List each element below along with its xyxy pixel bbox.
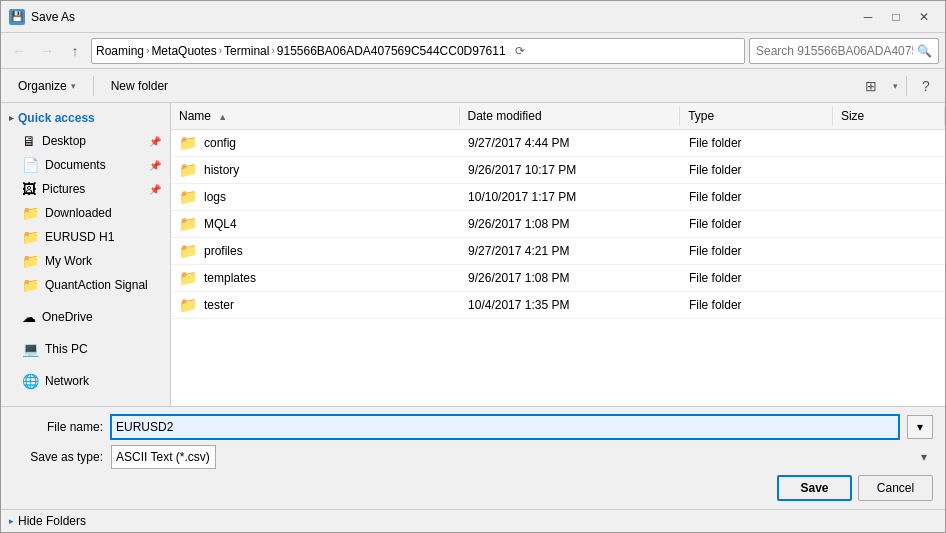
sidebar-item-eurusd[interactable]: 📁 EURUSD H1 [1,225,170,249]
quantaction-folder-icon: 📁 [22,277,39,293]
breadcrumb-metaquotes[interactable]: MetaQuotes [151,44,216,58]
mywork-folder-icon: 📁 [22,253,39,269]
file-name-cell: 📁 profiles [171,240,460,262]
sidebar-item-desktop[interactable]: 🖥 Desktop 📌 [1,129,170,153]
file-size-cell [833,141,945,145]
minimize-button[interactable]: ─ [855,7,881,27]
refresh-button[interactable]: ⟳ [510,41,530,61]
back-button[interactable]: ← [7,39,31,63]
filename-dropdown-button[interactable]: ▾ [907,415,933,439]
forward-button[interactable]: → [35,39,59,63]
breadcrumb-guid[interactable]: 915566BA06ADA407569C544CC0D97611 [277,44,506,58]
sidebar-pictures-label: Pictures [42,182,85,196]
sidebar-quantaction-label: QuantAction Signal [45,278,148,292]
column-header-size[interactable]: Size [833,107,945,125]
sidebar-sep2 [1,329,170,337]
breadcrumb-terminal[interactable]: Terminal [224,44,269,58]
search-icon: 🔍 [917,44,932,58]
table-row[interactable]: 📁 logs 10/10/2017 1:17 PM File folder [171,184,945,211]
cancel-button[interactable]: Cancel [858,475,933,501]
table-row[interactable]: 📁 profiles 9/27/2017 4:21 PM File folder [171,238,945,265]
hide-folders-chevron-icon: ▸ [9,516,14,526]
up-button[interactable]: ↑ [63,39,87,63]
close-button[interactable]: ✕ [911,7,937,27]
sidebar-item-onedrive[interactable]: ☁ OneDrive [1,305,170,329]
sidebar-thispc-label: This PC [45,342,88,356]
downloaded-folder-icon: 📁 [22,205,39,221]
sidebar-onedrive-label: OneDrive [42,310,93,324]
folder-icon: 📁 [179,242,198,260]
sidebar-item-documents[interactable]: 📄 Documents 📌 [1,153,170,177]
hide-folders-toggle[interactable]: ▸ Hide Folders [1,509,945,532]
bottom-bar: File name: ▾ Save as type: ASCII Text (*… [1,406,945,509]
organize-label: Organize [18,79,67,93]
file-name-cell: 📁 templates [171,267,460,289]
breadcrumb: Roaming › MetaQuotes › Terminal › 915566… [96,44,506,58]
sidebar-sep1 [1,297,170,305]
file-name-cell: 📁 config [171,132,460,154]
filename-input[interactable] [111,415,899,439]
file-date-cell: 9/26/2017 1:08 PM [460,269,681,287]
file-type-cell: File folder [681,215,834,233]
table-row[interactable]: 📁 MQL4 9/26/2017 1:08 PM File folder [171,211,945,238]
view-button[interactable]: ⊞ [857,73,885,99]
file-date-cell: 10/10/2017 1:17 PM [460,188,681,206]
saveas-select[interactable]: ASCII Text (*.csv) CSV (*.csv) Text (*.t… [111,445,216,469]
action-row: Save Cancel [13,475,933,501]
folder-icon: 📁 [179,161,198,179]
desktop-folder-icon: 🖥 [22,133,36,149]
search-box[interactable]: 🔍 [749,38,939,64]
toolbar: Organize ▾ New folder ⊞ ▾ ? [1,69,945,103]
dialog-title: Save As [31,10,855,24]
file-name-text: templates [204,271,256,285]
pin-icon: 📌 [149,136,161,147]
organize-button[interactable]: Organize ▾ [9,75,85,97]
toolbar-separator [93,76,94,96]
breadcrumb-roaming[interactable]: Roaming [96,44,144,58]
sidebar-item-thispc[interactable]: 💻 This PC [1,337,170,361]
help-button[interactable]: ? [915,75,937,97]
sidebar-item-network[interactable]: 🌐 Network [1,369,170,393]
file-type-cell: File folder [681,242,834,260]
file-type-cell: File folder [681,134,834,152]
file-name-cell: 📁 MQL4 [171,213,460,235]
column-header-date[interactable]: Date modified [460,107,681,125]
search-input[interactable] [756,44,913,58]
column-header-name[interactable]: Name ▲ [171,107,460,125]
new-folder-button[interactable]: New folder [102,75,177,97]
eurusd-folder-icon: 📁 [22,229,39,245]
file-name-cell: 📁 logs [171,186,460,208]
sidebar: ▸ Quick access 🖥 Desktop 📌 📄 Documents 📌… [1,103,171,406]
sidebar-item-quantaction[interactable]: 📁 QuantAction Signal [1,273,170,297]
maximize-button[interactable]: □ [883,7,909,27]
file-list-header: Name ▲ Date modified Type Size [171,103,945,130]
column-header-type[interactable]: Type [680,107,833,125]
file-name-text: logs [204,190,226,204]
address-bar[interactable]: Roaming › MetaQuotes › Terminal › 915566… [91,38,745,64]
table-row[interactable]: 📁 templates 9/26/2017 1:08 PM File folde… [171,265,945,292]
file-date-cell: 9/26/2017 1:08 PM [460,215,681,233]
pictures-folder-icon: 🖼 [22,181,36,197]
file-size-cell [833,222,945,226]
filename-row: File name: ▾ [13,415,933,439]
toolbar-separator2 [906,76,907,96]
file-date-cell: 9/27/2017 4:21 PM [460,242,681,260]
table-row[interactable]: 📁 config 9/27/2017 4:44 PM File folder [171,130,945,157]
pin-icon3: 📌 [149,184,161,195]
file-name-cell: 📁 history [171,159,460,181]
file-list-area: Name ▲ Date modified Type Size 📁 config [171,103,945,406]
table-row[interactable]: 📁 tester 10/4/2017 1:35 PM File folder [171,292,945,319]
sidebar-item-downloaded[interactable]: 📁 Downloaded [1,201,170,225]
sort-arrow-icon: ▲ [218,112,227,122]
table-row[interactable]: 📁 history 9/26/2017 10:17 PM File folder [171,157,945,184]
sidebar-item-mywork[interactable]: 📁 My Work [1,249,170,273]
quick-access-header[interactable]: ▸ Quick access [1,107,170,129]
save-button[interactable]: Save [777,475,852,501]
onedrive-icon: ☁ [22,309,36,325]
organize-chevron-icon: ▾ [71,81,76,91]
file-name-cell: 📁 tester [171,294,460,316]
network-icon: 🌐 [22,373,39,389]
sidebar-sep3 [1,361,170,369]
file-size-cell [833,303,945,307]
sidebar-item-pictures[interactable]: 🖼 Pictures 📌 [1,177,170,201]
